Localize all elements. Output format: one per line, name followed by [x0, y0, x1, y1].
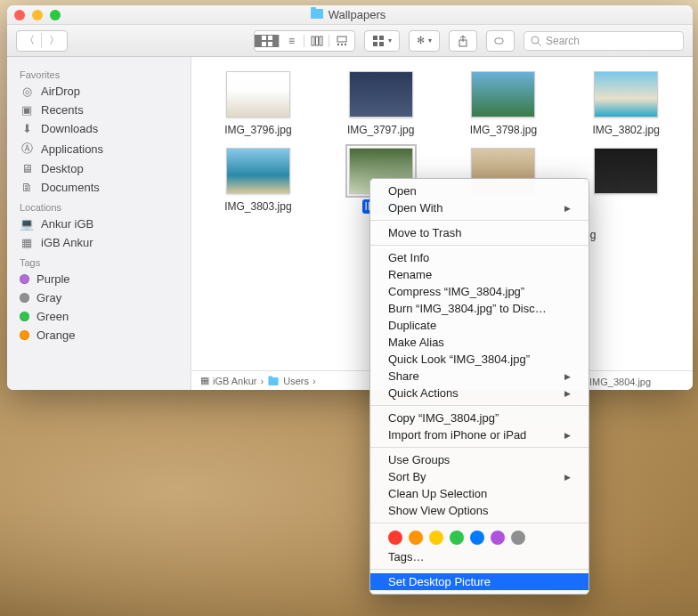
menu-separator [370, 523, 588, 523]
svg-rect-16 [495, 37, 503, 43]
file-thumbnail [594, 148, 658, 194]
menu-item-copy[interactable]: Copy “IMG_3804.jpg” [370, 409, 588, 426]
search-icon [530, 35, 542, 47]
menu-item-move-to-trash[interactable]: Move to Trash [370, 224, 588, 241]
file-item[interactable]: IMG_3803.jpg [200, 148, 316, 214]
file-item[interactable]: IMG_3802.jpg [568, 71, 684, 137]
sidebar-tag-gray[interactable]: Gray [7, 288, 191, 307]
context-menu: Open Open With Move to Trash Get Info Re… [369, 178, 589, 595]
search-placeholder: Search [546, 35, 580, 47]
sidebar-tag-purple[interactable]: Purple [7, 270, 191, 288]
sidebar-item-ankur-igb[interactable]: 💻Ankur iGB [7, 215, 191, 233]
sidebar-item-downloads[interactable]: ⬇Downloads [7, 119, 191, 138]
sidebar-item-airdrop[interactable]: ◎AirDrop [7, 82, 191, 101]
svg-rect-6 [320, 36, 322, 45]
menu-item-compress[interactable]: Compress “IMG_3804.jpg” [370, 283, 588, 300]
tag-red[interactable] [388, 531, 402, 545]
tag-dot-purple [20, 274, 29, 284]
sidebar-item-recents[interactable]: ▣Recents [7, 101, 191, 119]
disk-icon: ▦ [20, 236, 34, 249]
documents-icon: 🗎 [20, 181, 34, 194]
tag-gray[interactable] [511, 531, 525, 545]
file-item[interactable]: IMG_3798.jpg [446, 71, 562, 137]
view-list-button[interactable]: ≡ [280, 35, 304, 47]
menu-item-clean-up[interactable]: Clean Up Selection [370, 485, 588, 502]
menu-item-duplicate[interactable]: Duplicate [370, 317, 588, 334]
sidebar-item-applications[interactable]: ⒶApplications [7, 138, 191, 159]
gallery-icon [336, 35, 348, 47]
menu-item-rename[interactable]: Rename [370, 266, 588, 283]
menu-item-open[interactable]: Open [370, 182, 588, 199]
svg-rect-1 [268, 36, 272, 40]
back-button[interactable]: 〈 [17, 33, 42, 48]
svg-rect-3 [268, 42, 272, 46]
menu-item-get-info[interactable]: Get Info [370, 249, 588, 266]
nav-back-forward: 〈 〉 [16, 30, 68, 52]
menu-item-tags[interactable]: Tags… [370, 548, 588, 565]
menu-separator [370, 447, 588, 448]
menu-item-view-options[interactable]: Show View Options [370, 502, 588, 519]
svg-rect-8 [337, 44, 339, 45]
sidebar-tag-green[interactable]: Green [7, 307, 191, 326]
file-thumbnail [471, 71, 535, 118]
file-item[interactable]: IMG_3796.jpg [200, 71, 316, 137]
menu-item-quick-actions[interactable]: Quick Actions [370, 385, 588, 401]
tag-yellow[interactable] [429, 531, 443, 545]
sidebar-item-documents[interactable]: 🗎Documents [7, 178, 191, 197]
tag-dot-green [20, 312, 29, 321]
share-button[interactable] [449, 30, 477, 52]
minimize-icon[interactable] [32, 10, 43, 20]
chevron-right-icon: › [261, 376, 264, 386]
menu-tags-row [370, 527, 588, 548]
traffic-lights [14, 10, 61, 20]
airdrop-icon: ◎ [20, 85, 34, 98]
svg-rect-14 [379, 42, 384, 46]
titlebar[interactable]: Wallpapers [7, 5, 693, 25]
menu-separator [370, 569, 588, 570]
menu-item-import[interactable]: Import from iPhone or iPad [370, 426, 588, 443]
sidebar-tag-orange[interactable]: Orange [7, 326, 191, 344]
window-title: Wallpapers [61, 8, 636, 21]
tag-purple[interactable] [491, 531, 505, 545]
menu-item-set-desktop-picture[interactable]: Set Desktop Picture [370, 573, 588, 590]
tag-green[interactable] [450, 531, 464, 545]
finder-window: Wallpapers 〈 〉 ≡ ▾ ✻▾ [7, 5, 693, 390]
window-title-text: Wallpapers [329, 8, 386, 21]
tag-blue[interactable] [470, 531, 484, 545]
search-field[interactable]: Search [524, 31, 684, 51]
path-crumb[interactable]: Users [267, 376, 309, 386]
forward-button[interactable]: 〉 [42, 33, 67, 48]
group-by-button[interactable]: ▾ [364, 30, 400, 52]
sidebar-header-locations: Locations [7, 197, 191, 215]
view-column-button[interactable] [304, 35, 329, 47]
laptop-icon: 💻 [20, 217, 34, 231]
grid-icon [372, 35, 385, 47]
tag-dot-orange [20, 330, 29, 340]
columns-icon [311, 35, 323, 47]
file-item[interactable]: IMG_3797.jpg [323, 71, 439, 137]
zoom-icon[interactable] [50, 10, 61, 20]
gear-icon: ✻ [417, 35, 425, 46]
menu-item-make-alias[interactable]: Make Alias [370, 334, 588, 351]
svg-point-17 [532, 36, 539, 44]
view-icon-button[interactable] [255, 35, 280, 47]
view-gallery-button[interactable] [329, 35, 354, 47]
action-button[interactable]: ✻▾ [409, 30, 440, 52]
svg-rect-10 [345, 44, 346, 45]
tags-button[interactable] [486, 30, 515, 52]
menu-item-share[interactable]: Share [370, 368, 588, 385]
menu-item-open-with[interactable]: Open With [370, 199, 588, 216]
sidebar-item-igb-ankur[interactable]: ▦iGB Ankur [7, 233, 191, 252]
menu-item-sort-by[interactable]: Sort By [370, 468, 588, 485]
applications-icon: Ⓐ [20, 141, 34, 157]
svg-rect-5 [315, 36, 318, 45]
path-crumb[interactable]: ▦iGB Ankur [200, 375, 257, 386]
tag-orange[interactable] [409, 531, 423, 545]
close-icon[interactable] [14, 10, 25, 20]
menu-item-burn[interactable]: Burn “IMG_3804.jpg” to Disc… [370, 300, 588, 317]
sidebar-item-desktop[interactable]: 🖥Desktop [7, 159, 191, 178]
menu-item-use-groups[interactable]: Use Groups [370, 451, 588, 468]
menu-item-quick-look[interactable]: Quick Look “IMG_3804.jpg” [370, 351, 588, 368]
svg-rect-4 [312, 36, 314, 45]
svg-rect-7 [337, 36, 346, 42]
